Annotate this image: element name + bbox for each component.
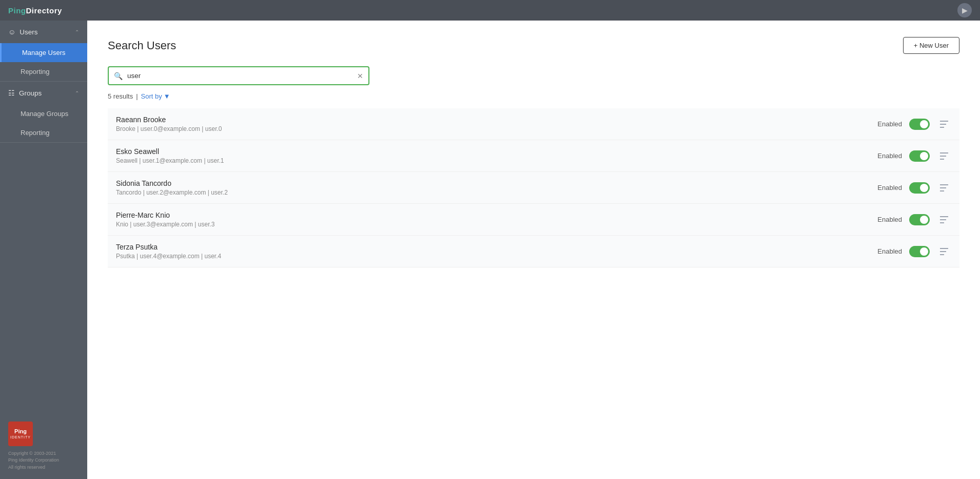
groups-section-label: Groups [19, 89, 42, 97]
manage-users-label: Manage Users [22, 49, 66, 56]
user-row-right: Enabled [877, 213, 951, 226]
filter-icon [940, 183, 948, 192]
user-meta: Brooke | user.0@example.com | user.0 [116, 125, 877, 132]
user-name: Esko Seawell [116, 147, 877, 156]
user-row[interactable]: Pierre-Marc Knio Knio | user.3@example.c… [108, 204, 959, 236]
user-meta: Seawell | user.1@example.com | user.1 [116, 157, 877, 164]
new-user-button[interactable]: + New User [903, 37, 959, 54]
brand-text: PingDirectory [8, 6, 62, 15]
row-action-button[interactable] [937, 118, 951, 130]
user-row[interactable]: Esko Seawell Seawell | user.1@example.co… [108, 140, 959, 172]
sort-by-button[interactable]: Sort by ▼ [141, 92, 170, 100]
copyright-text: Copyright © 2003-2021Ping Identity Corpo… [8, 450, 79, 471]
user-meta: Knio | user.3@example.com | user.3 [116, 221, 877, 228]
page-header: Search Users + New User [108, 37, 959, 54]
users-section: ☺ Users ⌃ Manage Users Reporting [0, 21, 87, 82]
user-list: Raeann Brooke Brooke | user.0@example.co… [108, 108, 959, 267]
user-icon: ☺ [8, 28, 15, 36]
filter-icon [940, 247, 948, 256]
sort-label: Sort by [141, 92, 162, 100]
users-chevron-icon: ⌃ [75, 29, 79, 35]
topbar: PingDirectory ▶ [0, 0, 980, 21]
sidebar-item-users-reporting[interactable]: Reporting [0, 62, 87, 81]
enabled-label: Enabled [877, 120, 902, 128]
user-row-right: Enabled [877, 245, 951, 258]
results-count: 5 results [108, 92, 133, 100]
row-action-button[interactable] [937, 213, 951, 226]
sidebar-item-groups-reporting[interactable]: Reporting [0, 123, 87, 142]
user-row[interactable]: Terza Psutka Psutka | user.4@example.com… [108, 236, 959, 267]
row-action-button[interactable] [937, 245, 951, 258]
manage-groups-label: Manage Groups [21, 110, 68, 118]
user-name: Raeann Brooke [116, 116, 877, 124]
search-bar-wrapper: 🔍 ✕ [108, 66, 959, 85]
user-info: Sidonia Tancordo Tancordo | user.2@examp… [116, 179, 877, 196]
user-row[interactable]: Sidonia Tancordo Tancordo | user.2@examp… [108, 172, 959, 204]
users-section-header[interactable]: ☺ Users ⌃ [0, 21, 87, 43]
ping-logo: Ping IDENTITY [8, 421, 33, 446]
sidebar-item-manage-users[interactable]: Manage Users [0, 43, 87, 62]
user-meta: Psutka | user.4@example.com | user.4 [116, 253, 877, 260]
groups-reporting-label: Reporting [21, 129, 49, 137]
groups-section-header[interactable]: ☷ Groups ⌃ [0, 82, 87, 104]
user-toggle[interactable] [909, 150, 930, 162]
filter-icon [940, 120, 948, 128]
enabled-label: Enabled [877, 152, 902, 160]
user-avatar[interactable]: ▶ [957, 3, 972, 17]
row-action-button[interactable] [937, 149, 951, 162]
user-row[interactable]: Raeann Brooke Brooke | user.0@example.co… [108, 108, 959, 140]
main-content: Search Users + New User 🔍 ✕ 5 results | … [87, 21, 980, 479]
results-separator: | [136, 92, 138, 100]
sort-chevron-icon: ▼ [164, 92, 170, 100]
user-info: Pierre-Marc Knio Knio | user.3@example.c… [116, 211, 877, 228]
row-action-button[interactable] [937, 181, 951, 194]
user-info: Esko Seawell Seawell | user.1@example.co… [116, 147, 877, 164]
user-name: Pierre-Marc Knio [116, 211, 877, 219]
main-layout: ☺ Users ⌃ Manage Users Reporting ☷ Group… [0, 21, 980, 479]
user-name: Sidonia Tancordo [116, 179, 877, 187]
user-toggle[interactable] [909, 182, 930, 194]
brand: PingDirectory [8, 6, 62, 15]
sidebar-item-manage-groups[interactable]: Manage Groups [0, 104, 87, 123]
user-toggle[interactable] [909, 246, 930, 257]
groups-chevron-icon: ⌃ [75, 90, 79, 96]
enabled-label: Enabled [877, 216, 902, 223]
user-row-right: Enabled [877, 181, 951, 194]
user-toggle[interactable] [909, 119, 930, 130]
results-info: 5 results | Sort by ▼ [108, 92, 959, 100]
user-info: Raeann Brooke Brooke | user.0@example.co… [116, 116, 877, 132]
user-toggle[interactable] [909, 214, 930, 225]
groups-section: ☷ Groups ⌃ Manage Groups Reporting [0, 82, 87, 143]
user-info: Terza Psutka Psutka | user.4@example.com… [116, 243, 877, 260]
users-reporting-label: Reporting [21, 68, 49, 75]
sidebar-footer: Ping IDENTITY Copyright © 2003-2021Ping … [0, 413, 87, 480]
user-meta: Tancordo | user.2@example.com | user.2 [116, 189, 877, 196]
filter-icon [940, 215, 948, 224]
user-row-right: Enabled [877, 149, 951, 162]
page-title: Search Users [108, 39, 176, 52]
search-input[interactable] [108, 66, 369, 85]
users-section-label: Users [19, 28, 37, 36]
filter-icon [940, 151, 948, 160]
enabled-label: Enabled [877, 184, 902, 191]
groups-icon: ☷ [8, 89, 15, 97]
search-clear-button[interactable]: ✕ [356, 71, 364, 81]
user-name: Terza Psutka [116, 243, 877, 251]
search-icon: 🔍 [114, 72, 123, 80]
user-row-right: Enabled [877, 118, 951, 130]
sidebar: ☺ Users ⌃ Manage Users Reporting ☷ Group… [0, 21, 87, 479]
enabled-label: Enabled [877, 247, 902, 255]
